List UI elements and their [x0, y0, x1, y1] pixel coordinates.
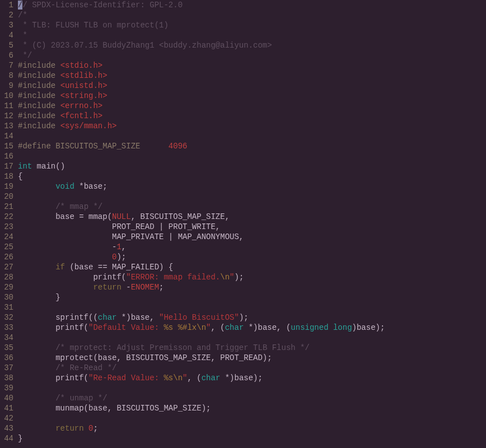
code-token: #include [18, 122, 60, 130]
code-line[interactable] [18, 383, 486, 393]
code-token: mprotect(base, BISCUITOS_MAP_SIZE, PROT_… [18, 353, 272, 362]
code-token: */ [18, 51, 32, 60]
line-number: 36 [0, 353, 13, 363]
code-token: ); [234, 273, 244, 282]
code-line[interactable]: #include <unistd.h> [18, 81, 486, 91]
code-token: #include [18, 111, 60, 120]
code-token: #include [18, 81, 60, 90]
line-number: 27 [0, 262, 13, 272]
code-line[interactable]: printf("ERROR: mmap failed.\n"); [18, 272, 486, 282]
line-number: 15 [0, 141, 13, 151]
code-token: "ERROR: mmap failed. [126, 273, 220, 282]
code-line[interactable]: base = mmap(NULL, BISCUITOS_MAP_SIZE, [18, 212, 486, 222]
code-line[interactable]: #include <stdio.h> [18, 60, 486, 71]
line-number: 29 [0, 282, 13, 292]
code-token [18, 132, 22, 141]
code-line[interactable]: */ [18, 50, 486, 60]
code-token: 4096 [169, 142, 188, 151]
code-token: , [121, 242, 126, 251]
code-token: *base; [74, 182, 108, 191]
code-token: main() [32, 162, 65, 171]
code-line[interactable] [18, 131, 486, 141]
code-token: <stdlib.h> [60, 71, 108, 80]
code-line[interactable]: #include <stdlib.h> [18, 71, 486, 81]
line-number: 20 [0, 192, 13, 202]
code-line[interactable]: /* [18, 10, 486, 20]
code-line[interactable]: 0); [18, 252, 486, 262]
code-line[interactable] [18, 151, 486, 161]
code-token [18, 363, 55, 372]
code-line[interactable]: #include <sys/mman.h> [18, 121, 486, 131]
code-line[interactable]: } [18, 433, 486, 444]
code-line[interactable]: void *base; [18, 181, 486, 192]
code-line[interactable]: sprintf((char *)base, "Hello BiscuitOS")… [18, 312, 486, 323]
code-line[interactable]: /* Re-Read */ [18, 363, 486, 373]
line-number: 2 [0, 10, 13, 20]
code-line[interactable] [18, 413, 486, 423]
code-token: return [55, 424, 83, 433]
code-line[interactable]: MAP_PRIVATE | MAP_ANONYMOUS, [18, 232, 486, 242]
code-line[interactable]: } [18, 292, 486, 302]
code-token: PROT_READ | PROT_WRITE, [18, 222, 220, 231]
code-line[interactable]: munmap(base, BISCUITOS_MAP_SIZE); [18, 403, 486, 413]
line-number: 9 [0, 81, 13, 91]
code-token: unsigned [291, 323, 328, 332]
code-token: <sys/mman.h> [60, 122, 117, 130]
code-line[interactable]: /* unmap */ [18, 393, 486, 403]
line-number: 37 [0, 363, 13, 373]
code-token: printf( [18, 374, 88, 382]
code-line[interactable]: PROT_READ | PROT_WRITE, [18, 222, 486, 232]
code-line[interactable]: /* mmap */ [18, 202, 486, 212]
code-line[interactable]: * TLB: FLUSH TLB on mprotect(1) [18, 20, 486, 30]
code-line[interactable]: * [18, 30, 486, 40]
code-line[interactable]: // SPDX-License-Identifier: GPL-2.0 [18, 0, 486, 10]
code-line[interactable] [18, 302, 486, 312]
code-token: MAP_PRIVATE | MAP_ANONYMOUS, [18, 232, 244, 241]
code-token: NULL [112, 212, 131, 221]
line-number: 13 [0, 121, 13, 131]
code-token: ); [239, 313, 249, 322]
code-line[interactable]: { [18, 171, 486, 181]
code-token: /* Re-Read */ [55, 363, 116, 372]
code-line[interactable]: printf("Default Value: %s %#lx\n", (char… [18, 323, 486, 333]
code-token: ; [93, 424, 97, 433]
code-token: (base == MAP_FAILED) { [65, 263, 173, 272]
code-line[interactable]: #include <fcntl.h> [18, 111, 486, 121]
code-line[interactable]: #include <string.h> [18, 91, 486, 101]
code-token: int [18, 162, 32, 171]
code-line[interactable]: * (C) 2023.07.15 BuddyZhang1 <buddy.zhan… [18, 40, 486, 50]
code-line[interactable]: #include <errno.h> [18, 101, 486, 111]
line-number: 21 [0, 202, 13, 212]
code-token: %s %#lx\n [163, 323, 206, 332]
code-token: , BISCUITOS_MAP_SIZE, [131, 212, 230, 221]
code-line[interactable]: #define BISCUITOS_MAP_SIZE 4096 [18, 141, 486, 151]
line-number: 28 [0, 272, 13, 282]
line-number: 11 [0, 101, 13, 111]
code-line[interactable]: if (base == MAP_FAILED) { [18, 262, 486, 272]
code-line[interactable]: printf("Re-Read Value: %s\n", (char *)ba… [18, 373, 486, 383]
line-number: 33 [0, 323, 13, 333]
code-line[interactable]: return 0; [18, 423, 486, 433]
code-token [84, 424, 88, 433]
code-token: *)base, ( [244, 323, 291, 332]
code-area[interactable]: // SPDX-License-Identifier: GPL-2.0/* * … [16, 0, 486, 444]
code-line[interactable]: /* mprotect: Adjust Premisson and Trigge… [18, 343, 486, 353]
code-line[interactable] [18, 192, 486, 202]
code-token [18, 384, 22, 393]
code-token: 1 [116, 242, 121, 251]
code-token: munmap(base, BISCUITOS_MAP_SIZE); [18, 404, 211, 413]
code-line[interactable]: return -ENOMEM; [18, 282, 486, 292]
code-line[interactable]: -1, [18, 242, 486, 252]
code-token [18, 192, 22, 201]
code-line[interactable]: mprotect(base, BISCUITOS_MAP_SIZE, PROT_… [18, 353, 486, 363]
code-token: base = mmap( [18, 212, 112, 221]
line-number: 22 [0, 212, 13, 222]
line-number: 19 [0, 181, 13, 192]
code-line[interactable] [18, 333, 486, 343]
line-number: 12 [0, 111, 13, 121]
code-token: *)base); [220, 374, 263, 382]
code-token: - [121, 283, 131, 292]
code-line[interactable]: int main() [18, 161, 486, 171]
code-token: - [18, 242, 116, 251]
code-editor[interactable]: 1234567891011121314151617181920212223242… [0, 0, 486, 444]
